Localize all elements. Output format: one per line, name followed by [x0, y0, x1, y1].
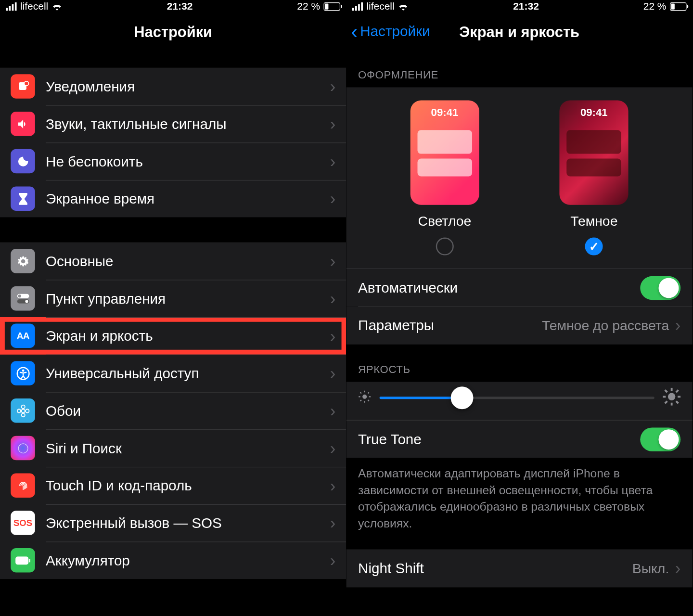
row-parameters[interactable]: Параметры Темное до рассвета ›	[346, 307, 692, 345]
wifi-icon	[52, 2, 63, 11]
row-notifications[interactable]: Уведомления ›	[0, 68, 346, 105]
carrier-label: lifecell	[366, 0, 394, 13]
light-radio[interactable]	[436, 238, 453, 256]
truetone-toggle[interactable]	[640, 427, 680, 451]
svg-line-21	[360, 392, 361, 393]
dark-preview: 09:41	[560, 101, 629, 205]
chevron-right-icon: ›	[330, 289, 336, 308]
notification-icon	[11, 74, 35, 99]
chevron-right-icon: ›	[675, 316, 681, 334]
row-display-brightness[interactable]: AA Экран и яркость ›	[0, 317, 346, 355]
text-size-icon: AA	[11, 324, 35, 348]
brightness-slider-row	[346, 382, 692, 420]
svg-point-5	[25, 300, 28, 303]
svg-point-10	[21, 413, 25, 416]
row-label: Экран и яркость	[46, 328, 330, 345]
row-label: Siri и Поиск	[46, 440, 330, 457]
row-label: Экстренный вызов — SOS	[46, 514, 330, 531]
gear-icon	[11, 249, 35, 273]
sun-large-icon	[663, 388, 680, 408]
chevron-right-icon: ›	[330, 513, 336, 532]
left-phone-settings: lifecell 21:32 22 % Настройки Уведомлени…	[0, 0, 346, 612]
hourglass-icon	[11, 186, 35, 211]
settings-group-2: Основные › Пункт управления › AA Экран и…	[0, 242, 346, 579]
battery-icon	[324, 2, 341, 11]
battery-icon	[11, 548, 35, 573]
svg-point-7	[22, 369, 24, 372]
page-title: Экран и яркость	[459, 23, 579, 40]
row-screentime[interactable]: Экранное время ›	[0, 180, 346, 218]
status-time: 21:32	[513, 0, 539, 13]
row-label: Экранное время	[46, 190, 330, 207]
back-button[interactable]: ‹ Настройки	[351, 21, 430, 41]
battery-pct: 22 %	[297, 0, 320, 13]
row-label: Уведомления	[46, 78, 330, 95]
row-accessibility[interactable]: Универсальный доступ ›	[0, 355, 346, 392]
params-label: Параметры	[358, 317, 542, 334]
row-wallpaper[interactable]: Обои ›	[0, 392, 346, 429]
page-title: Настройки	[134, 23, 212, 40]
svg-rect-15	[29, 559, 30, 562]
row-label: Универсальный доступ	[46, 365, 330, 382]
chevron-right-icon: ›	[330, 252, 336, 270]
appearance-option-dark[interactable]: 09:41 Темное	[560, 101, 629, 256]
status-bar: lifecell 21:32 22 %	[346, 0, 692, 13]
chevron-right-icon: ›	[330, 326, 336, 345]
truetone-label: True Tone	[358, 431, 640, 448]
row-sounds[interactable]: Звуки, тактильные сигналы ›	[0, 105, 346, 142]
row-siri[interactable]: Siri и Поиск ›	[0, 429, 346, 467]
row-label: Основные	[46, 253, 330, 270]
row-label: Пункт управления	[46, 290, 330, 307]
sun-small-icon	[358, 390, 371, 406]
row-nightshift[interactable]: Night Shift Выкл. ›	[346, 549, 692, 587]
svg-line-30	[665, 390, 667, 392]
svg-point-9	[21, 405, 25, 408]
dark-label: Темное	[570, 213, 617, 229]
switches-icon	[11, 286, 35, 311]
row-label: Не беспокоить	[46, 153, 330, 170]
auto-label: Автоматически	[358, 280, 640, 296]
svg-point-8	[21, 409, 25, 412]
svg-point-25	[668, 393, 675, 400]
chevron-left-icon: ‹	[351, 21, 358, 41]
battery-pct: 22 %	[643, 0, 667, 13]
back-label: Настройки	[360, 23, 430, 40]
row-automatic[interactable]: Автоматически	[346, 269, 692, 307]
chevron-right-icon: ›	[330, 152, 336, 170]
svg-point-16	[362, 395, 367, 399]
svg-point-12	[25, 409, 28, 412]
nav-header: ‹ Настройки Экран и яркость	[346, 13, 692, 50]
siri-icon	[11, 436, 35, 461]
row-general[interactable]: Основные ›	[0, 242, 346, 280]
appearance-option-light[interactable]: 09:41 Светлое	[410, 101, 479, 256]
row-battery[interactable]: Аккумулятор ›	[0, 541, 346, 579]
nav-header: Настройки	[0, 13, 346, 50]
flower-icon	[11, 398, 35, 423]
chevron-right-icon: ›	[330, 364, 336, 383]
svg-line-22	[368, 400, 369, 401]
svg-line-24	[368, 392, 369, 393]
svg-point-1	[24, 81, 28, 85]
svg-line-23	[360, 400, 361, 401]
fingerprint-icon	[11, 473, 35, 498]
sos-icon: SOS	[11, 511, 35, 535]
dark-radio[interactable]	[585, 238, 603, 256]
row-touchid[interactable]: Touch ID и код-пароль ›	[0, 467, 346, 504]
appearance-box: 09:41 Светлое 09:41 Темное	[346, 87, 692, 268]
row-truetone[interactable]: True Tone	[346, 420, 692, 458]
brightness-slider[interactable]	[380, 397, 654, 399]
row-sos[interactable]: SOS Экстренный вызов — SOS ›	[0, 504, 346, 542]
auto-toggle[interactable]	[640, 276, 680, 299]
row-control-center[interactable]: Пункт управления ›	[0, 280, 346, 317]
row-dnd[interactable]: Не беспокоить ›	[0, 142, 346, 180]
chevron-right-icon: ›	[330, 77, 336, 96]
chevron-right-icon: ›	[675, 559, 681, 578]
brightness-header: ЯРКОСТЬ	[346, 345, 692, 382]
slider-thumb[interactable]	[450, 386, 473, 409]
signal-icon	[352, 2, 363, 11]
battery-icon	[670, 2, 687, 11]
light-label: Светлое	[418, 213, 471, 229]
nightshift-label: Night Shift	[358, 560, 632, 577]
status-bar: lifecell 21:32 22 %	[0, 0, 346, 13]
row-label: Звуки, тактильные сигналы	[46, 116, 330, 132]
